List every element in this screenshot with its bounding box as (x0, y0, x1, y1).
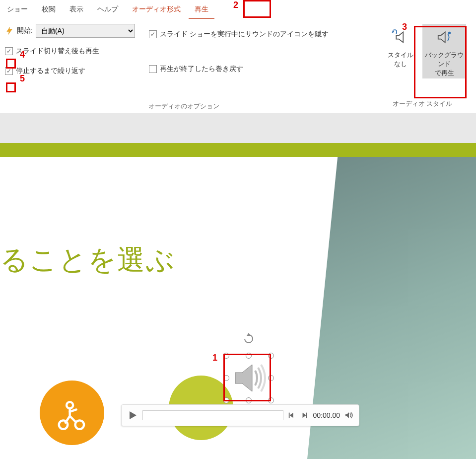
rotate-handle[interactable] (243, 333, 255, 345)
checkbox-rewind[interactable]: 再生が終了したら巻き戻す (149, 65, 329, 74)
svg-point-3 (59, 420, 68, 429)
selection-handle[interactable] (268, 353, 274, 359)
group-audio-options: 開始: 自動(A) スライド切り替え後も再生 停止するまで繰り返す (0, 19, 367, 113)
selection-handle[interactable] (223, 397, 229, 403)
tab-audio-format[interactable]: オーディオ形式 (125, 1, 188, 18)
svg-rect-8 (288, 413, 289, 418)
checkbox-play-across-label: スライド切り替え後も再生 (16, 47, 99, 56)
ribbon-tabs: ショー 校閲 表示 ヘルプ オーディオ形式 再生 (0, 0, 476, 19)
check-icon (149, 30, 157, 38)
bg-play-line1: バックグラウンド (425, 51, 464, 68)
media-time: 00:00.00 (313, 411, 340, 419)
step-forward-button[interactable] (300, 411, 309, 420)
tab-playback[interactable]: 再生 (188, 1, 215, 18)
svg-marker-6 (130, 411, 136, 419)
tab-view[interactable]: 表示 (63, 1, 90, 18)
no-style-speaker-icon (390, 27, 411, 48)
start-select[interactable]: 自動(A) (36, 24, 135, 38)
checkbox-play-across[interactable]: スライド切り替え後も再生 (5, 47, 99, 56)
start-label: 開始: (17, 26, 33, 35)
svg-point-4 (75, 420, 84, 429)
play-button[interactable] (127, 409, 138, 421)
svg-marker-7 (289, 413, 293, 418)
slide-canvas[interactable]: ることを選ぶ (0, 157, 476, 459)
svg-marker-5 (247, 333, 251, 336)
svg-point-1 (448, 32, 451, 34)
checkbox-hide-icon-label: スライド ショーを実行中にサウンドのアイコンを隠す (160, 30, 329, 39)
orange-circle-icon (40, 381, 104, 445)
checkbox-loop[interactable]: 停止するまで繰り返す (5, 67, 99, 76)
selection-handle[interactable] (268, 397, 274, 403)
check-icon (5, 47, 13, 55)
svg-marker-9 (302, 413, 306, 418)
group-audio-options-label: オーディオのオプション (5, 99, 362, 111)
selection-handle[interactable] (223, 375, 229, 381)
tab-review[interactable]: 校閲 (35, 1, 63, 18)
lightning-icon (5, 26, 14, 35)
selection-handle[interactable] (268, 375, 274, 381)
speaker-icon (226, 356, 271, 400)
svg-rect-10 (306, 413, 307, 418)
step-back-button[interactable] (287, 411, 296, 420)
group-audio-styles-label: オーディオ スタイル (379, 96, 466, 108)
slide-title[interactable]: ることを選ぶ (0, 241, 175, 279)
bg-play-line2: で再生 (435, 69, 454, 76)
check-icon (149, 65, 157, 73)
bg-play-speaker-icon (434, 27, 455, 48)
selection-handle[interactable] (223, 353, 229, 359)
tab-slideshow[interactable]: ショー (0, 1, 35, 18)
play-in-background-button[interactable]: バックグラウンドで再生 (422, 24, 466, 78)
media-control-bar: 00:00.00 (121, 404, 359, 426)
no-style-line1: スタイル (388, 51, 413, 59)
seek-track[interactable] (142, 410, 283, 420)
document-background (0, 113, 476, 143)
checkbox-hide-icon[interactable]: スライド ショーを実行中にサウンドのアイコンを隠す (149, 30, 329, 39)
ribbon-body: 開始: 自動(A) スライド切り替え後も再生 停止するまで繰り返す (0, 19, 476, 113)
no-style-line2: なし (394, 60, 407, 68)
check-icon (5, 67, 13, 75)
volume-button[interactable] (344, 410, 354, 420)
checkbox-rewind-label: 再生が終了したら巻き戻す (160, 65, 243, 74)
audio-object[interactable] (226, 356, 271, 400)
no-style-button[interactable]: スタイルなし (379, 24, 422, 78)
checkbox-loop-label: 停止するまで繰り返す (16, 67, 85, 76)
selection-handle[interactable] (246, 353, 252, 359)
tab-help[interactable]: ヘルプ (90, 1, 125, 18)
selection-handle[interactable] (246, 397, 252, 403)
accent-bar (0, 143, 476, 157)
group-audio-styles: スタイルなし バックグラウンドで再生 オーディオ スタイル (367, 19, 476, 113)
svg-marker-0 (392, 30, 395, 33)
